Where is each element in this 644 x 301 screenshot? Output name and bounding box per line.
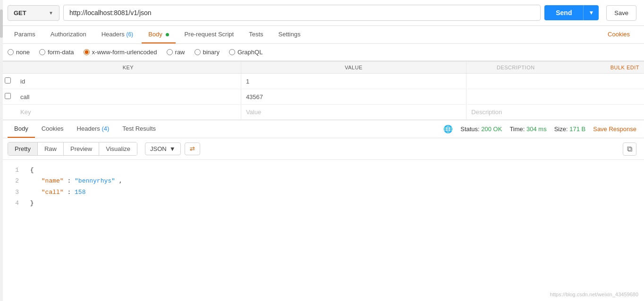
globe-icon[interactable]: 🌐 [443, 125, 453, 134]
time-value: 304 ms [526, 125, 547, 133]
tab-headers[interactable]: Headers (6) [95, 26, 140, 43]
json-line-2: 2 "name" : "bennyrhys" , [8, 176, 636, 186]
row-value[interactable]: 43567 [241, 89, 466, 105]
json-code-area: 1 { 2 "name" : "bennyrhys" , 3 "call" : … [0, 160, 644, 214]
line-number: 2 [8, 176, 19, 186]
radio-form-data[interactable]: form-data [39, 49, 74, 56]
json-line-1: 1 { [8, 165, 636, 176]
row-checkbox[interactable] [5, 77, 11, 84]
copy-icon: ⧉ [627, 145, 632, 153]
line-number: 3 [8, 187, 19, 198]
tab-settings[interactable]: Settings [272, 26, 307, 43]
table-row: call 43567 [0, 89, 644, 105]
response-tabs-bar: Body Cookies Headers (4) Test Results 🌐 … [0, 120, 644, 138]
format-tab-preview[interactable]: Preview [64, 142, 99, 155]
json-format-chevron-icon: ▼ [169, 145, 176, 152]
tab-body[interactable]: Body [142, 26, 176, 43]
format-tab-pretty[interactable]: Pretty [8, 142, 38, 155]
send-button-group: Send ▼ [544, 5, 599, 20]
body-type-row: none form-data x-www-form-urlencoded raw… [0, 44, 644, 61]
json-content: { [30, 167, 34, 174]
tab-cookies[interactable]: Cookies [601, 26, 636, 43]
json-line-4: 4 } [8, 198, 636, 209]
format-tabs: Pretty Raw Preview Visualize [8, 142, 137, 156]
line-number: 1 [8, 165, 19, 176]
row-value[interactable]: 1 [241, 74, 466, 89]
radio-raw[interactable]: raw [167, 49, 185, 56]
headers-badge: (6) [126, 31, 133, 38]
desc-col-header: DESCRIPTION [466, 62, 565, 74]
json-key: "call" [42, 189, 64, 196]
row-checkbox[interactable] [5, 93, 11, 99]
row-desc [466, 74, 565, 89]
wrap-button[interactable]: ⇄ [185, 142, 200, 155]
params-table-container: KEY VALUE DESCRIPTION Bulk Edit id 1 cal… [0, 61, 644, 120]
tab-authorization[interactable]: Authorization [44, 26, 93, 43]
status-label: Status: 200 OK [460, 125, 502, 133]
save-button[interactable]: Save [606, 5, 636, 21]
radio-none[interactable]: none [8, 49, 30, 56]
format-tab-visualize[interactable]: Visualize [99, 142, 137, 155]
json-value: 158 [75, 189, 85, 196]
send-dropdown-arrow[interactable]: ▼ [583, 5, 599, 20]
row-key[interactable]: id [16, 74, 241, 89]
json-format-select[interactable]: JSON ▼ [145, 142, 181, 155]
resp-tab-cookies[interactable]: Cookies [35, 120, 70, 138]
json-comma: , [119, 177, 123, 184]
json-colon: : [67, 189, 75, 196]
request-tabs: Params Authorization Headers (6) Body Pr… [0, 26, 644, 44]
status-value: 200 OK [481, 125, 502, 133]
radio-x-www-form-urlencoded[interactable]: x-www-form-urlencoded [84, 49, 157, 56]
method-dropdown[interactable]: GET ▼ [8, 5, 59, 21]
format-tab-raw[interactable]: Raw [38, 142, 64, 155]
url-bar: GET ▼ Send ▼ Save [0, 0, 644, 26]
row-key[interactable]: call [16, 89, 241, 105]
wrap-icon: ⇄ [190, 145, 195, 152]
size-label: Size: 171 B [554, 125, 586, 133]
row-desc [466, 89, 565, 105]
response-body-toolbar: Pretty Raw Preview Visualize JSON ▼ ⇄ ⧉ [0, 138, 644, 160]
resp-tab-body[interactable]: Body [8, 120, 35, 138]
response-meta: 🌐 Status: 200 OK Time: 304 ms Size: 171 … [443, 125, 636, 134]
json-line-3: 3 "call" : 158 [8, 187, 636, 198]
tab-tests[interactable]: Tests [242, 26, 270, 43]
copy-button[interactable]: ⧉ [623, 142, 636, 156]
size-value: 171 B [569, 125, 585, 133]
value-col-header: VALUE [241, 62, 466, 74]
line-number: 4 [8, 198, 19, 209]
resp-headers-badge: (4) [102, 125, 109, 132]
send-button[interactable]: Send [544, 5, 583, 20]
params-table: KEY VALUE DESCRIPTION Bulk Edit id 1 cal… [0, 61, 644, 120]
bulk-edit-header: Bulk Edit [565, 62, 644, 74]
key-col-header: KEY [16, 62, 241, 74]
json-key: "name" [42, 177, 64, 184]
bulk-edit-label[interactable]: Bulk Edit [610, 65, 639, 70]
time-label: Time: 304 ms [509, 125, 546, 133]
json-value: "bennyrhys" [75, 177, 115, 184]
json-format-label: JSON [150, 145, 167, 152]
radio-binary[interactable]: binary [195, 49, 220, 56]
table-placeholder-row: Key Value Description [0, 105, 644, 120]
json-content: } [30, 200, 34, 207]
json-colon: : [67, 177, 75, 184]
tab-params[interactable]: Params [8, 26, 42, 43]
method-label: GET [14, 9, 26, 17]
method-chevron-icon: ▼ [49, 10, 53, 16]
resp-tab-testresults[interactable]: Test Results [116, 120, 162, 138]
table-row: id 1 [0, 74, 644, 89]
radio-graphql[interactable]: GraphQL [229, 49, 263, 56]
body-dot-icon [166, 33, 169, 36]
tab-prerequest[interactable]: Pre-request Script [178, 26, 240, 43]
url-input[interactable] [63, 5, 541, 21]
save-response-button[interactable]: Save Response [593, 125, 636, 133]
resp-tab-headers[interactable]: Headers (4) [70, 120, 116, 138]
